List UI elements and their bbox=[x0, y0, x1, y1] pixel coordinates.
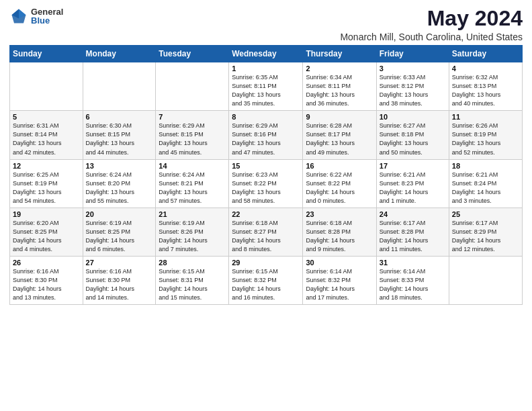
calendar-cell: 31Sunrise: 6:14 AM Sunset: 8:33 PM Dayli… bbox=[376, 256, 449, 304]
calendar-cell: 20Sunrise: 6:19 AM Sunset: 8:25 PM Dayli… bbox=[83, 208, 156, 256]
calendar-cell bbox=[449, 256, 522, 304]
day-number: 13 bbox=[86, 162, 153, 170]
day-number: 6 bbox=[86, 113, 153, 121]
weekday-monday: Monday bbox=[83, 46, 156, 62]
day-info: Sunrise: 6:30 AM Sunset: 8:15 PM Dayligh… bbox=[86, 122, 153, 156]
day-number: 24 bbox=[380, 210, 446, 218]
calendar-cell: 14Sunrise: 6:24 AM Sunset: 8:21 PM Dayli… bbox=[156, 159, 229, 208]
calendar-cell: 26Sunrise: 6:16 AM Sunset: 8:30 PM Dayli… bbox=[10, 256, 83, 304]
day-info: Sunrise: 6:29 AM Sunset: 8:16 PM Dayligh… bbox=[232, 122, 300, 156]
day-number: 18 bbox=[452, 162, 519, 170]
day-number: 16 bbox=[306, 162, 373, 170]
calendar-cell: 2Sunrise: 6:34 AM Sunset: 8:11 PM Daylig… bbox=[303, 62, 376, 111]
day-number: 29 bbox=[232, 259, 300, 267]
calendar-cell: 12Sunrise: 6:25 AM Sunset: 8:19 PM Dayli… bbox=[10, 159, 83, 208]
calendar-cell: 28Sunrise: 6:15 AM Sunset: 8:31 PM Dayli… bbox=[156, 256, 229, 304]
day-info: Sunrise: 6:35 AM Sunset: 8:11 PM Dayligh… bbox=[232, 73, 300, 108]
day-number: 23 bbox=[306, 210, 373, 218]
day-number: 17 bbox=[380, 162, 446, 170]
weekday-sunday: Sunday bbox=[10, 46, 83, 62]
day-info: Sunrise: 6:24 AM Sunset: 8:20 PM Dayligh… bbox=[86, 171, 153, 205]
day-info: Sunrise: 6:25 AM Sunset: 8:19 PM Dayligh… bbox=[13, 171, 80, 205]
day-info: Sunrise: 6:24 AM Sunset: 8:21 PM Dayligh… bbox=[159, 171, 226, 205]
calendar-cell: 23Sunrise: 6:18 AM Sunset: 8:28 PM Dayli… bbox=[303, 208, 376, 256]
weekday-tuesday: Tuesday bbox=[156, 46, 229, 62]
logo-text: General Blue bbox=[31, 7, 63, 25]
day-info: Sunrise: 6:33 AM Sunset: 8:12 PM Dayligh… bbox=[380, 73, 446, 108]
header: General Blue May 2024 Monarch Mill, Sout… bbox=[9, 7, 523, 42]
day-number: 28 bbox=[159, 259, 226, 267]
day-info: Sunrise: 6:15 AM Sunset: 8:31 PM Dayligh… bbox=[159, 267, 226, 302]
calendar-week-1: 5Sunrise: 6:31 AM Sunset: 8:14 PM Daylig… bbox=[10, 111, 523, 159]
logo-blue-text: Blue bbox=[31, 16, 63, 25]
day-info: Sunrise: 6:20 AM Sunset: 8:25 PM Dayligh… bbox=[13, 219, 80, 254]
calendar-cell bbox=[10, 62, 83, 111]
weekday-thursday: Thursday bbox=[303, 46, 376, 62]
calendar-subtitle: Monarch Mill, South Carolina, United Sta… bbox=[340, 32, 523, 42]
day-info: Sunrise: 6:31 AM Sunset: 8:14 PM Dayligh… bbox=[13, 122, 80, 156]
day-number: 21 bbox=[159, 210, 226, 218]
logo: General Blue bbox=[9, 7, 63, 26]
day-info: Sunrise: 6:29 AM Sunset: 8:15 PM Dayligh… bbox=[159, 122, 226, 156]
calendar-body: 1Sunrise: 6:35 AM Sunset: 8:11 PM Daylig… bbox=[10, 62, 523, 305]
calendar-cell: 8Sunrise: 6:29 AM Sunset: 8:16 PM Daylig… bbox=[229, 111, 303, 159]
day-info: Sunrise: 6:28 AM Sunset: 8:17 PM Dayligh… bbox=[306, 122, 373, 156]
calendar-cell: 15Sunrise: 6:23 AM Sunset: 8:22 PM Dayli… bbox=[229, 159, 303, 208]
logo-icon bbox=[9, 7, 28, 26]
day-number: 15 bbox=[232, 162, 300, 170]
calendar-cell: 25Sunrise: 6:17 AM Sunset: 8:29 PM Dayli… bbox=[449, 208, 522, 256]
day-info: Sunrise: 6:21 AM Sunset: 8:23 PM Dayligh… bbox=[380, 171, 446, 205]
calendar-header: SundayMondayTuesdayWednesdayThursdayFrid… bbox=[10, 46, 523, 62]
calendar-cell: 30Sunrise: 6:14 AM Sunset: 8:32 PM Dayli… bbox=[303, 256, 376, 304]
day-number: 12 bbox=[13, 162, 80, 170]
day-number: 3 bbox=[380, 64, 446, 73]
calendar-cell: 10Sunrise: 6:27 AM Sunset: 8:18 PM Dayli… bbox=[376, 111, 449, 159]
day-info: Sunrise: 6:23 AM Sunset: 8:22 PM Dayligh… bbox=[232, 171, 300, 205]
day-info: Sunrise: 6:32 AM Sunset: 8:13 PM Dayligh… bbox=[452, 73, 519, 108]
day-number: 25 bbox=[452, 210, 519, 218]
calendar-cell bbox=[156, 62, 229, 111]
day-info: Sunrise: 6:15 AM Sunset: 8:32 PM Dayligh… bbox=[232, 267, 300, 302]
weekday-saturday: Saturday bbox=[449, 46, 522, 62]
day-number: 27 bbox=[86, 259, 153, 267]
day-number: 9 bbox=[306, 113, 373, 121]
day-info: Sunrise: 6:16 AM Sunset: 8:30 PM Dayligh… bbox=[86, 267, 153, 302]
calendar-cell: 7Sunrise: 6:29 AM Sunset: 8:15 PM Daylig… bbox=[156, 111, 229, 159]
calendar-week-3: 19Sunrise: 6:20 AM Sunset: 8:25 PM Dayli… bbox=[10, 208, 523, 256]
day-number: 8 bbox=[232, 113, 300, 121]
calendar-cell: 9Sunrise: 6:28 AM Sunset: 8:17 PM Daylig… bbox=[303, 111, 376, 159]
weekday-friday: Friday bbox=[376, 46, 449, 62]
day-info: Sunrise: 6:21 AM Sunset: 8:24 PM Dayligh… bbox=[452, 171, 519, 205]
day-number: 4 bbox=[452, 64, 519, 73]
calendar-cell: 6Sunrise: 6:30 AM Sunset: 8:15 PM Daylig… bbox=[83, 111, 156, 159]
day-number: 11 bbox=[452, 113, 519, 121]
day-number: 1 bbox=[232, 64, 300, 73]
day-info: Sunrise: 6:16 AM Sunset: 8:30 PM Dayligh… bbox=[13, 267, 80, 302]
calendar-cell: 18Sunrise: 6:21 AM Sunset: 8:24 PM Dayli… bbox=[449, 159, 522, 208]
calendar-cell: 29Sunrise: 6:15 AM Sunset: 8:32 PM Dayli… bbox=[229, 256, 303, 304]
calendar-cell: 4Sunrise: 6:32 AM Sunset: 8:13 PM Daylig… bbox=[449, 62, 522, 111]
page: General Blue May 2024 Monarch Mill, Sout… bbox=[0, 0, 532, 411]
calendar-cell: 13Sunrise: 6:24 AM Sunset: 8:20 PM Dayli… bbox=[83, 159, 156, 208]
day-number: 22 bbox=[232, 210, 300, 218]
calendar-table: SundayMondayTuesdayWednesdayThursdayFrid… bbox=[9, 45, 523, 305]
calendar-week-4: 26Sunrise: 6:16 AM Sunset: 8:30 PM Dayli… bbox=[10, 256, 523, 304]
day-info: Sunrise: 6:14 AM Sunset: 8:33 PM Dayligh… bbox=[380, 267, 446, 302]
calendar-cell: 22Sunrise: 6:18 AM Sunset: 8:27 PM Dayli… bbox=[229, 208, 303, 256]
day-number: 7 bbox=[159, 113, 226, 121]
calendar-cell: 11Sunrise: 6:26 AM Sunset: 8:19 PM Dayli… bbox=[449, 111, 522, 159]
day-info: Sunrise: 6:26 AM Sunset: 8:19 PM Dayligh… bbox=[452, 122, 519, 156]
day-info: Sunrise: 6:22 AM Sunset: 8:22 PM Dayligh… bbox=[306, 171, 373, 205]
day-number: 14 bbox=[159, 162, 226, 170]
calendar-cell: 27Sunrise: 6:16 AM Sunset: 8:30 PM Dayli… bbox=[83, 256, 156, 304]
calendar-cell: 17Sunrise: 6:21 AM Sunset: 8:23 PM Dayli… bbox=[376, 159, 449, 208]
day-number: 5 bbox=[13, 113, 80, 121]
day-number: 30 bbox=[306, 259, 373, 267]
day-info: Sunrise: 6:18 AM Sunset: 8:28 PM Dayligh… bbox=[306, 219, 373, 254]
weekday-wednesday: Wednesday bbox=[229, 46, 303, 62]
calendar-cell bbox=[83, 62, 156, 111]
calendar-cell: 16Sunrise: 6:22 AM Sunset: 8:22 PM Dayli… bbox=[303, 159, 376, 208]
day-number: 19 bbox=[13, 210, 80, 218]
calendar-week-2: 12Sunrise: 6:25 AM Sunset: 8:19 PM Dayli… bbox=[10, 159, 523, 208]
title-block: May 2024 Monarch Mill, South Carolina, U… bbox=[340, 7, 523, 42]
